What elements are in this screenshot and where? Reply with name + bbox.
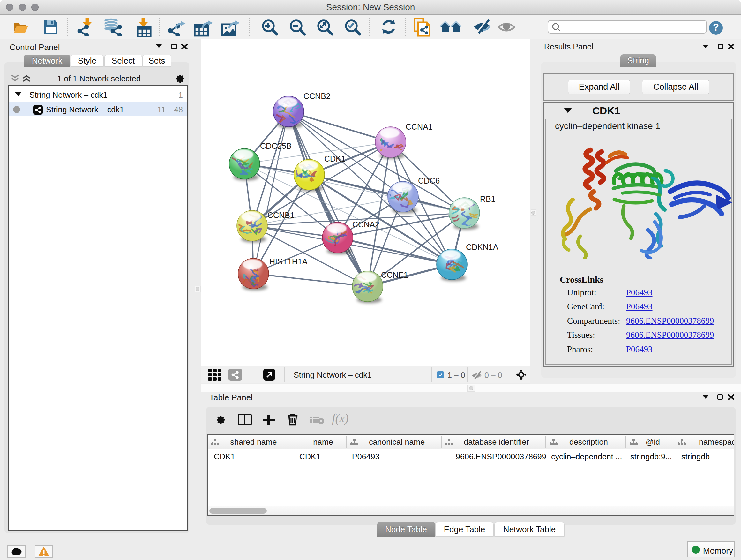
- svg-text:CDKN1A: CDKN1A: [466, 243, 498, 252]
- svg-text:HIST1H1A: HIST1H1A: [269, 257, 308, 266]
- svg-text:CCNB2: CCNB2: [304, 91, 331, 101]
- svg-text:CDK1: CDK1: [324, 154, 346, 163]
- svg-text:RB1: RB1: [480, 194, 495, 203]
- svg-text:CDC25B: CDC25B: [260, 141, 292, 150]
- svg-text:CDC6: CDC6: [418, 176, 440, 185]
- svg-text:CCNE1: CCNE1: [381, 270, 408, 279]
- svg-text:CCNA2: CCNA2: [352, 220, 380, 229]
- svg-text:CCNA1: CCNA1: [406, 122, 433, 131]
- svg-text:CCNB1: CCNB1: [267, 211, 294, 220]
